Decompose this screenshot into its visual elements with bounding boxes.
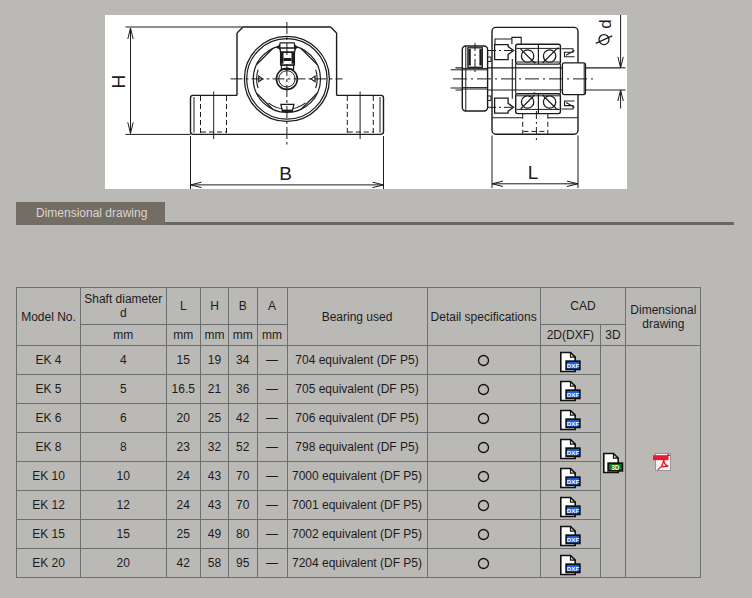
svg-text:DXF: DXF <box>567 478 580 485</box>
svg-text:DXF: DXF <box>567 565 580 572</box>
svg-text:B: B <box>279 163 292 184</box>
svg-text:H: H <box>108 75 129 89</box>
svg-text:DXF: DXF <box>567 391 580 398</box>
svg-text:L: L <box>528 162 539 183</box>
svg-text:DXF: DXF <box>567 536 580 543</box>
svg-text:DXF: DXF <box>567 449 580 456</box>
svg-text:DXF: DXF <box>567 420 580 427</box>
svg-text:DXF: DXF <box>567 362 580 369</box>
svg-text:DXF: DXF <box>567 507 580 514</box>
svg-text:d: d <box>596 19 615 28</box>
svg-text:3D: 3D <box>611 463 620 470</box>
